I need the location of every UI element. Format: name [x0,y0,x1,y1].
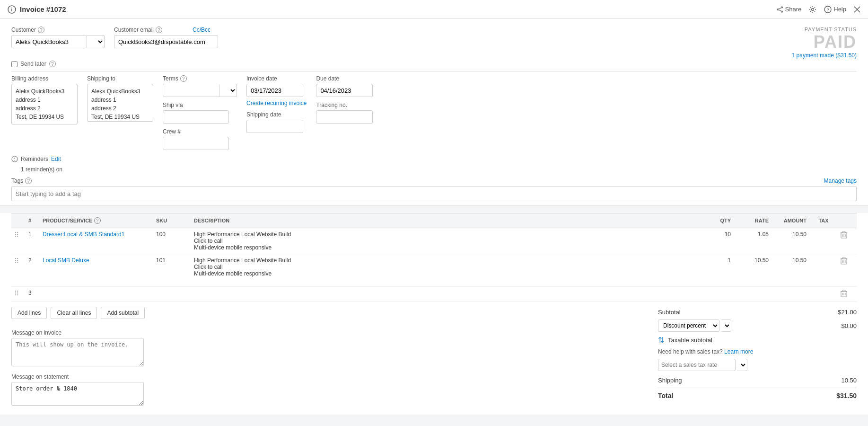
swap-icon[interactable]: ⇅ [658,336,664,345]
rate-cell [734,287,772,302]
shipping-label: Shipping [658,377,682,384]
delete-icon[interactable] [841,257,847,265]
delete-icon[interactable] [841,290,847,297]
manage-tags-link[interactable]: Manage tags [824,178,857,184]
payment-status-label: PAYMENT STATUS [753,27,857,32]
email-info-icon[interactable]: ? [156,27,162,33]
invoice-icon: i [8,5,16,14]
send-later-info-icon[interactable]: ? [49,61,56,67]
customer-input[interactable]: Aleks QuickBooks3 [11,35,87,48]
sku-col-header: SKU [153,213,191,228]
desc-cell [191,287,701,302]
billing-address-box: Aleks QuickBooks3 address 1 address 2 Te… [11,84,78,124]
svg-rect-26 [842,257,845,259]
summary-section: Subtotal $21.00 Discount percent Discoun… [658,302,857,401]
customer-info-icon[interactable]: ? [38,27,44,33]
discount-value: $0.00 [819,322,857,329]
customer-label: Customer ? [11,27,105,33]
share-button[interactable]: Share [777,6,802,13]
create-recurring-link[interactable]: Create recurring invoice [246,100,307,106]
row-num-cell: 2 [26,254,40,287]
svg-point-2 [781,7,782,8]
reminders-edit-link[interactable]: Edit [51,156,61,162]
total-value: $31.50 [836,392,857,399]
footer-section: Add lines Clear all lines Add subtotal M… [11,302,857,407]
rate-cell: 1.05 [734,228,772,254]
add-subtotal-button[interactable]: Add subtotal [101,307,145,319]
num-col-header: # [26,213,40,228]
learn-more-link[interactable]: Learn more [724,348,753,355]
reminders-icon [11,156,18,162]
delete-cell [838,228,857,254]
tags-label: Tags ? [11,178,32,184]
due-date-group: Due date 04/16/2023 [316,75,373,97]
tracking-no-input[interactable] [316,110,373,124]
row-num-cell: 3 [26,287,40,302]
tracking-no-label: Tracking no. [316,102,373,108]
tags-input[interactable] [11,186,857,201]
crew-group: Crew # [163,128,237,150]
payment-link[interactable]: 1 payment made ($31.50) [753,52,857,59]
shipping-address-group: Shipping to Aleks QuickBooks3 address 1 … [87,75,153,122]
product-cell[interactable]: Dresser:Local & SMB Standard1 [40,228,153,254]
product-cell[interactable] [40,287,153,302]
svg-point-14 [14,160,15,161]
email-label: Customer email ? Cc/Bcc [114,27,218,33]
email-group: Customer email ? Cc/Bcc QuickBooks3@disp… [114,27,218,48]
taxable-subtotal-row: ⇅ Taxable subtotal [658,334,857,346]
form-section: Customer ? Aleks QuickBooks3 Customer em… [0,19,868,205]
customer-dropdown[interactable] [87,35,105,48]
message-on-statement-input[interactable]: Store order № 1840 [11,382,144,406]
delete-cell [838,254,857,287]
discount-dropdown[interactable] [721,320,731,332]
email-input[interactable]: QuickBooks3@dispostable.com [114,35,218,48]
amount-cell: 10.50 [772,254,809,287]
desc-cell: High Performance Local Website Build Cli… [191,254,701,287]
tax-col-header: TAX [809,213,838,228]
shipping-date-label: Shipping date [246,111,307,118]
svg-text:i: i [11,7,13,12]
clear-all-lines-button[interactable]: Clear all lines [51,307,97,319]
settings-button[interactable] [809,6,816,13]
terms-info-icon[interactable]: ? [180,75,187,82]
tax-rate-dropdown[interactable] [737,359,747,371]
tax-rate-input[interactable] [658,359,736,371]
billing-address-group: Billing address Aleks QuickBooks3 addres… [11,75,78,124]
due-date-input[interactable]: 04/16/2023 [316,84,373,97]
help-button[interactable]: ? Help [824,6,846,13]
crew-label: Crew # [163,128,237,135]
crew-input[interactable] [163,137,229,150]
invoice-table: # PRODUCT/SERVICE ? SKU DESCRIPTION QTY … [11,213,857,302]
drag-handle[interactable]: ⠿ [14,257,19,265]
product-info-icon[interactable]: ? [94,217,101,224]
drag-handle[interactable]: ⠿ [14,290,19,297]
rate-col-header: RATE [734,213,772,228]
shipping-date-input[interactable] [246,120,303,133]
tracking-no-group: Tracking no. [316,102,373,124]
top-bar-actions: Share ? Help [777,6,860,13]
invoice-date-input[interactable]: 03/17/2023 [246,84,303,97]
drag-handle[interactable]: ⠿ [14,231,19,239]
delete-icon[interactable] [841,231,847,239]
cc-bcc-link[interactable]: Cc/Bcc [193,27,210,33]
terms-input[interactable] [163,84,219,97]
qty-col-header: QTY [701,213,734,228]
ship-via-input[interactable] [163,110,229,124]
tags-info-icon[interactable]: ? [25,178,32,184]
send-later-checkbox[interactable] [11,61,18,67]
reminders-label: Reminders [21,156,48,162]
terms-dropdown[interactable] [219,84,237,97]
ship-via-label: Ship via [163,102,237,108]
shipping-address-box: Aleks QuickBooks3 address 1 address 2 Te… [87,84,153,122]
tags-row: Tags ? Manage tags [11,178,857,184]
add-lines-button[interactable]: Add lines [11,307,47,319]
shipping-value: 10.50 [819,377,857,384]
close-button[interactable] [854,6,860,13]
billing-address-label: Billing address [11,75,78,82]
message-on-invoice-input[interactable] [11,338,144,366]
product-cell[interactable]: Local SMB Deluxe [40,254,153,287]
svg-point-7 [812,8,814,10]
amount-cell [772,287,809,302]
sales-tax-help-text: Need help with sales tax? [658,348,723,355]
discount-type-select[interactable]: Discount percent Discount value [658,320,719,332]
